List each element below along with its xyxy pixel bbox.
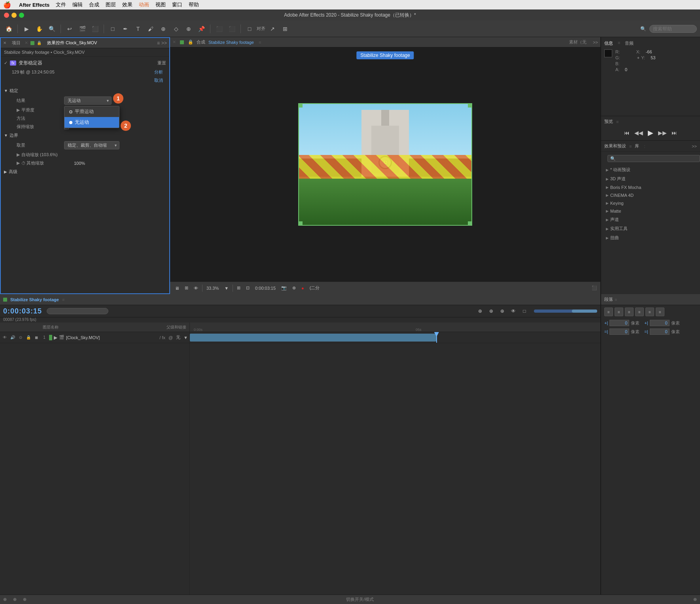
- panel-expand-btn[interactable]: >>: [161, 40, 167, 46]
- menu-view[interactable]: 视图: [155, 1, 166, 8]
- advanced-section-header[interactable]: ▶ 高级: [1, 167, 169, 176]
- align-justify-all-btn[interactable]: ≡: [656, 308, 664, 316]
- result-dropdown[interactable]: 无运动 ▼: [64, 96, 112, 105]
- tl-icon-2[interactable]: ⊕: [486, 307, 496, 315]
- expand-viewer-btn[interactable]: ⬛: [592, 285, 597, 291]
- text-tool[interactable]: T: [132, 23, 144, 34]
- auto-scale-expand[interactable]: ▶: [17, 152, 20, 157]
- align-justify-last-btn[interactable]: ≡: [645, 308, 654, 316]
- other-scale-expand[interactable]: ▶: [17, 160, 20, 166]
- zoom-display[interactable]: 33.3%: [205, 285, 220, 291]
- tl-playhead[interactable]: [436, 332, 437, 343]
- duan-input-3[interactable]: [609, 328, 629, 335]
- align-justify-btn[interactable]: ≡: [635, 308, 644, 316]
- effect-item-keying[interactable]: ▶ Keying: [601, 199, 700, 207]
- color-picker-btn[interactable]: ⊕: [291, 285, 297, 291]
- tl-search-input[interactable]: [47, 308, 108, 314]
- effect-item-3d-sound[interactable]: ▶ 3D 声道: [601, 174, 700, 183]
- motion-tool[interactable]: ⬛: [214, 23, 225, 34]
- status-icon-3[interactable]: ⊕: [23, 597, 26, 602]
- effect-item-matte[interactable]: ▶ Matte: [601, 207, 700, 215]
- comp-name-tab[interactable]: Stabilize Shaky footage: [208, 40, 254, 45]
- prev-back-btn[interactable]: ◀◀: [634, 129, 644, 137]
- home-button[interactable]: 🏠: [3, 23, 14, 34]
- viewer-monitor-icon[interactable]: 🖥: [173, 285, 181, 291]
- select-tool[interactable]: ▶: [21, 23, 32, 34]
- info-tab[interactable]: 信息: [604, 40, 613, 46]
- menu-help[interactable]: 帮助: [189, 1, 199, 8]
- effects-menu-icon[interactable]: ≡: [629, 144, 632, 149]
- framing-dropdown[interactable]: 稳定、裁剪、自动缩 ▼: [64, 141, 119, 149]
- tl-parent-dropdown[interactable]: ▼: [184, 335, 188, 340]
- dropdown-option-smooth[interactable]: 平滑运动: [64, 106, 119, 117]
- menu-composition[interactable]: 合成: [89, 1, 99, 8]
- status-icon-right[interactable]: ⊕: [693, 597, 697, 602]
- search-help-input[interactable]: [649, 25, 697, 33]
- zoom-dropdown[interactable]: ▼: [223, 285, 230, 291]
- tl-lock-icon[interactable]: 🔒: [25, 334, 32, 341]
- grid-button[interactable]: ⊞: [280, 23, 291, 34]
- fit-button[interactable]: ⊞: [235, 285, 242, 291]
- project-tab-close[interactable]: ✕: [3, 41, 6, 45]
- maximize-button[interactable]: [19, 13, 24, 18]
- effect-item-animation-preset[interactable]: ▶ * 动画预设: [601, 165, 700, 174]
- fx-toggle[interactable]: ✓: [4, 60, 8, 66]
- fx-reset-btn[interactable]: 重置: [157, 60, 166, 66]
- effect-item-channel[interactable]: ▶ 声道: [601, 215, 700, 224]
- align-toggle[interactable]: □: [244, 23, 255, 34]
- menu-after-effects[interactable]: After Effects: [19, 2, 49, 8]
- effect-item-cinema4d[interactable]: ▶ CINEMA 4D: [601, 191, 700, 199]
- zoom-tool[interactable]: 🔍: [46, 23, 57, 34]
- shape-tool[interactable]: □: [107, 23, 118, 34]
- effect-item-boris[interactable]: ▶ Boris FX Mocha: [601, 183, 700, 191]
- color-display[interactable]: ●: [300, 285, 306, 291]
- tl-icon-5[interactable]: □: [520, 307, 529, 315]
- audio-tab[interactable]: 音频: [625, 40, 634, 46]
- duan-input-1[interactable]: [609, 320, 629, 326]
- menu-effects[interactable]: 效果: [122, 1, 132, 8]
- prev-first-btn[interactable]: ⏮: [623, 129, 630, 137]
- motion-tool-2[interactable]: ⬛: [226, 23, 237, 34]
- effect-controls-tab[interactable]: 效果控件 Clock_Sky.MOV: [45, 39, 99, 47]
- close-button[interactable]: [4, 13, 9, 18]
- tl-clip[interactable]: [190, 334, 436, 342]
- tl-work-bar[interactable]: [534, 310, 597, 313]
- preview-menu-icon[interactable]: ≡: [616, 119, 619, 124]
- effect-tab-lock[interactable]: 🔒: [37, 41, 42, 45]
- eraser-tool[interactable]: ◇: [170, 23, 182, 34]
- status-icon-2[interactable]: ⊕: [13, 597, 17, 602]
- analyze-btn[interactable]: 分析: [154, 69, 163, 75]
- tl-icon-3[interactable]: ⊕: [498, 307, 507, 315]
- crop-button[interactable]: ⊡: [244, 285, 251, 291]
- roto-tool[interactable]: ⊕: [183, 23, 194, 34]
- brush-tool[interactable]: 🖌: [145, 23, 156, 34]
- align-left-btn[interactable]: ≡: [604, 308, 613, 316]
- camera-snap-btn[interactable]: 📷: [280, 285, 288, 291]
- menu-layer[interactable]: 图层: [106, 1, 116, 8]
- align-center-btn[interactable]: ≡: [615, 308, 623, 316]
- prev-fwd-btn[interactable]: ▶▶: [657, 129, 668, 137]
- dropdown-option-none[interactable]: 无运动 2: [64, 117, 119, 128]
- comp-lock-icon[interactable]: 🔒: [188, 40, 193, 45]
- expand-button[interactable]: ↗: [267, 23, 278, 34]
- comp-tab-close[interactable]: ✕: [172, 40, 176, 45]
- comp-extra-btn[interactable]: >>: [593, 40, 598, 45]
- effects-expand-btn[interactable]: >>: [692, 144, 697, 149]
- tl-solo-icon[interactable]: ⊙: [17, 334, 24, 341]
- duan-input-2[interactable]: [650, 320, 670, 326]
- stamp-tool[interactable]: ⊕: [158, 23, 169, 34]
- duan-input-4[interactable]: [650, 328, 670, 335]
- stabilize-section-header[interactable]: ▼ 稳定: [1, 86, 169, 95]
- cancel-btn[interactable]: 取消: [154, 77, 163, 83]
- viewer-grid-icon[interactable]: ⊞: [183, 285, 190, 291]
- duan-menu-icon[interactable]: ≡: [615, 297, 617, 302]
- menu-animation[interactable]: 动画: [139, 1, 149, 8]
- effects-library-tab[interactable]: 库: [635, 143, 639, 149]
- effects-search-input[interactable]: [607, 155, 700, 162]
- tl-eye-icon[interactable]: 👁: [2, 334, 8, 341]
- orbit-tool[interactable]: ⬛: [89, 23, 100, 34]
- project-tab[interactable]: 项目: [9, 39, 23, 47]
- minimize-button[interactable]: [11, 13, 17, 18]
- panel-menu-btn[interactable]: ≡: [157, 40, 160, 46]
- menu-file[interactable]: 文件: [56, 1, 66, 8]
